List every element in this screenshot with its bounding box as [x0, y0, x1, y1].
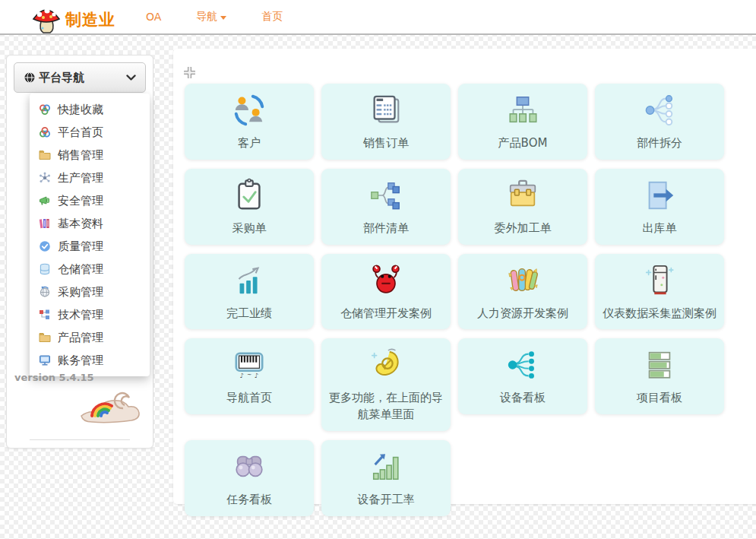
chevron-down-icon: [126, 75, 136, 81]
tile-outsourcing-order[interactable]: 委外加工单: [458, 169, 587, 245]
tile-task-board[interactable]: 任务看板: [185, 440, 314, 516]
horn-icon: [367, 346, 405, 384]
folder-icon: [39, 149, 51, 161]
sidebar-item-label: 账务管理: [58, 354, 103, 368]
sidebar-item-production-mgmt[interactable]: 生产管理: [30, 166, 150, 189]
fanout-icon: [505, 346, 540, 384]
mushroom-logo-icon: [30, 3, 62, 35]
tile-label: 仪表数据采集监测案例: [603, 306, 716, 322]
tile-product-bom[interactable]: 产品BOM: [458, 84, 587, 160]
tile-label: 出库单: [643, 220, 677, 237]
sidebar-item-label: 快捷收藏: [58, 103, 103, 117]
tile-label: 仓储管理开发案例: [340, 306, 432, 322]
rings-icon: [39, 103, 51, 116]
tile-label: 项目看板: [637, 390, 682, 407]
progress-bars-icon: [642, 346, 677, 384]
tile-customers[interactable]: 客户: [185, 84, 314, 160]
sidebar-item-label: 基本资料: [58, 217, 103, 231]
monitor-icon: [39, 354, 51, 366]
main-nav: OA 导航 首页: [146, 10, 283, 24]
tile-label: 客户: [238, 135, 261, 152]
sidebar-item-label: 生产管理: [58, 171, 103, 185]
customers-icon: [232, 91, 267, 129]
sidebar-item-warehouse-mgmt[interactable]: 仓储管理: [30, 258, 150, 281]
tile-label: 部件拆分: [637, 135, 682, 152]
sidebar-item-platform-home[interactable]: 平台首页: [30, 121, 150, 144]
tile-label: 采购单: [232, 220, 267, 237]
rings-icon: [39, 126, 51, 138]
tile-label: 产品BOM: [498, 135, 548, 152]
tile-sales-order[interactable]: 销售订单: [321, 84, 451, 160]
svg-text:♪: ♪: [255, 373, 259, 380]
sidebar-header-label: 平台导航: [39, 71, 126, 85]
org-chart-icon: [39, 309, 51, 321]
brand-title[interactable]: 制造业: [65, 9, 115, 30]
tile-label: 销售订单: [363, 135, 409, 152]
sidebar-header-platform-nav[interactable]: 平台导航: [14, 62, 146, 93]
books-icon: [39, 217, 51, 230]
tile-label: 导航首页: [226, 390, 272, 407]
page-background: 制造业 OA 导航 首页 平台导航: [0, 0, 756, 539]
growth-bars-icon: [369, 448, 403, 486]
sidebar-item-quick-favorites[interactable]: 快捷收藏: [30, 98, 150, 121]
sidebar-item-safety-mgmt[interactable]: 安全管理: [30, 189, 150, 212]
outbound-icon: [642, 176, 677, 214]
sidebar-item-procurement-mgmt[interactable]: 采购管理: [30, 281, 150, 303]
sidebar-divider: [30, 439, 130, 440]
tile-navigation-home[interactable]: ♪ ∼ ♪ 导航首页: [185, 338, 314, 414]
molecule-icon: [39, 172, 51, 184]
part-list-icon: [369, 176, 403, 214]
sales-order-icon: [369, 91, 403, 129]
caret-down-icon: [220, 16, 226, 20]
sidebar-item-technology-mgmt[interactable]: 技术管理: [30, 303, 150, 326]
tile-project-board[interactable]: 项目看板: [595, 338, 724, 414]
tile-part-list[interactable]: 部件清单: [321, 169, 451, 245]
check-circle-icon: [39, 240, 51, 252]
sidebar-item-label: 仓储管理: [58, 262, 103, 277]
sidebar-item-label: 采购管理: [58, 285, 103, 300]
globe-sync-icon: [39, 286, 51, 298]
move-handle-icon[interactable]: [184, 67, 195, 81]
tile-purchase-order[interactable]: 采购单: [185, 169, 314, 245]
top-navbar: 制造业 OA 导航 首页: [0, 0, 756, 35]
tile-instrument-monitoring-case[interactable]: 仪表数据采集监测案例: [595, 254, 724, 330]
sidebar-item-quality-mgmt[interactable]: 质量管理: [30, 235, 150, 258]
tile-label: 设备看板: [500, 390, 546, 407]
crayons-icon: [504, 262, 542, 300]
tile-equipment-board[interactable]: 设备看板: [458, 338, 587, 414]
part-split-icon: [642, 91, 677, 129]
tile-outbound-order[interactable]: 出库单: [595, 169, 724, 245]
sidebar-item-label: 技术管理: [58, 308, 103, 322]
rainbow-cloud-illustration: [75, 381, 144, 428]
megaphone-icon: [39, 195, 51, 207]
bom-tree-icon: [505, 91, 540, 129]
toolbox-icon: [505, 176, 541, 214]
fridge-icon: [641, 262, 678, 300]
tile-label: 完工业绩: [226, 306, 272, 322]
tile-hr-dev-case[interactable]: 人力资源开发案例: [458, 254, 587, 330]
tile-label: 委外加工单: [495, 220, 552, 237]
tile-label: 人力资源开发案例: [477, 306, 568, 322]
sidebar-item-accounting-mgmt[interactable]: 账务管理: [30, 349, 150, 372]
nav-link-oa[interactable]: OA: [146, 11, 161, 23]
svg-text:∼: ∼: [247, 372, 251, 379]
tile-part-split[interactable]: 部件拆分: [595, 84, 724, 160]
crab-icon: [368, 262, 404, 300]
tile-label: 更多功能，在上面的导航菜单里面: [327, 390, 444, 423]
brand[interactable]: 制造业: [30, 3, 115, 30]
database-icon: [39, 263, 51, 275]
folder-icon: [39, 331, 51, 344]
tile-more-features[interactable]: 更多功能，在上面的导航菜单里面: [321, 338, 451, 431]
nav-link-navigation[interactable]: 导航: [196, 10, 226, 24]
sidebar-item-basic-data[interactable]: 基本资料: [30, 212, 150, 235]
svg-text:♪: ♪: [240, 373, 245, 380]
tile-completion-performance[interactable]: 完工业绩: [185, 254, 314, 330]
tile-label: 设备开工率: [358, 492, 415, 509]
sidebar-item-product-mgmt[interactable]: 产品管理: [30, 326, 150, 349]
sidebar-item-sales-mgmt[interactable]: 销售管理: [30, 144, 150, 166]
tile-equipment-utilization[interactable]: 设备开工率: [321, 440, 451, 516]
tile-warehouse-dev-case[interactable]: 仓储管理开发案例: [321, 254, 451, 330]
main-panel: 客户 销售订单: [173, 49, 756, 504]
sidebar-item-label: 销售管理: [58, 148, 103, 163]
nav-link-home[interactable]: 首页: [261, 10, 283, 24]
